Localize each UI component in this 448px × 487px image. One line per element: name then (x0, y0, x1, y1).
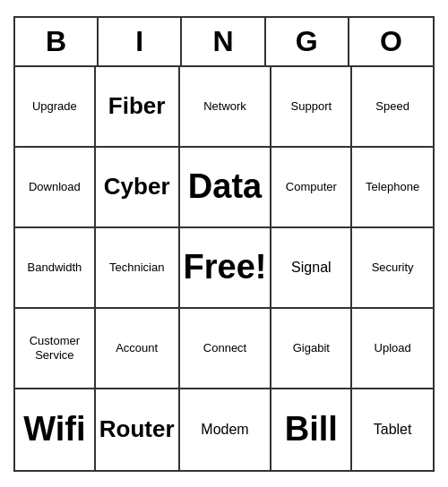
cell-text: Speed (375, 99, 409, 114)
cell-text: Router (99, 415, 175, 443)
bingo-cell[interactable]: Connect (180, 309, 272, 389)
cell-text: Computer (286, 180, 337, 194)
bingo-cell[interactable]: Data (180, 148, 272, 228)
bingo-cell[interactable]: Gigabit (271, 309, 352, 389)
bingo-cell[interactable]: Computer (271, 148, 352, 228)
cell-text: Bill (285, 409, 338, 450)
bingo-cell[interactable]: Security (352, 228, 433, 309)
bingo-cell[interactable]: Signal (271, 228, 352, 309)
bingo-cell[interactable]: Download (15, 148, 96, 228)
bingo-header: BINGO (15, 18, 433, 67)
cell-text: Download (29, 180, 81, 194)
header-letter: N (182, 18, 265, 65)
cell-text: Free! (184, 247, 267, 288)
bingo-cell[interactable]: Upload (352, 309, 433, 389)
cell-text: Gigabit (293, 341, 330, 355)
bingo-cell[interactable]: Bill (271, 389, 352, 470)
cell-text: Account (116, 341, 158, 355)
bingo-grid: UpgradeFiberNetworkSupportSpeedDownloadC… (15, 67, 433, 470)
cell-text: Security (372, 261, 414, 275)
bingo-cell[interactable]: Wifi (15, 389, 96, 470)
cell-text: Tablet (374, 421, 412, 438)
bingo-cell[interactable]: Telephone (352, 148, 433, 228)
cell-text: Technician (109, 261, 164, 275)
bingo-cell[interactable]: Speed (352, 67, 433, 148)
cell-text: Telephone (366, 180, 419, 194)
header-letter: O (349, 18, 433, 65)
header-letter: B (15, 18, 99, 65)
cell-text: Upload (375, 341, 411, 355)
bingo-cell[interactable]: Tablet (352, 389, 433, 470)
cell-text: Signal (291, 259, 331, 276)
bingo-cell[interactable]: Upgrade (15, 67, 96, 148)
cell-text: Cyber (104, 173, 170, 201)
cell-text: Customer Service (19, 334, 90, 362)
cell-text: Modem (201, 421, 248, 438)
header-letter: G (266, 18, 349, 65)
cell-text: Upgrade (32, 99, 77, 114)
bingo-cell[interactable]: Network (180, 67, 272, 148)
cell-text: Support (291, 99, 332, 114)
bingo-cell[interactable]: Account (96, 309, 180, 389)
cell-text: Data (188, 167, 262, 208)
cell-text: Bandwidth (28, 261, 82, 275)
header-letter: I (99, 18, 182, 65)
bingo-cell[interactable]: Modem (180, 389, 272, 470)
bingo-cell[interactable]: Router (96, 389, 180, 470)
bingo-cell[interactable]: Cyber (96, 148, 180, 228)
bingo-cell[interactable]: Bandwidth (15, 228, 96, 309)
bingo-cell[interactable]: Support (271, 67, 352, 148)
cell-text: Network (203, 99, 246, 114)
bingo-card: BINGO UpgradeFiberNetworkSupportSpeedDow… (13, 16, 435, 472)
bingo-cell[interactable]: Technician (96, 228, 180, 309)
bingo-cell[interactable]: Free! (180, 228, 272, 309)
cell-text: Connect (203, 341, 246, 355)
cell-text: Fiber (108, 92, 166, 120)
bingo-cell[interactable]: Fiber (96, 67, 180, 148)
bingo-cell[interactable]: Customer Service (15, 309, 96, 389)
cell-text: Wifi (23, 409, 85, 450)
